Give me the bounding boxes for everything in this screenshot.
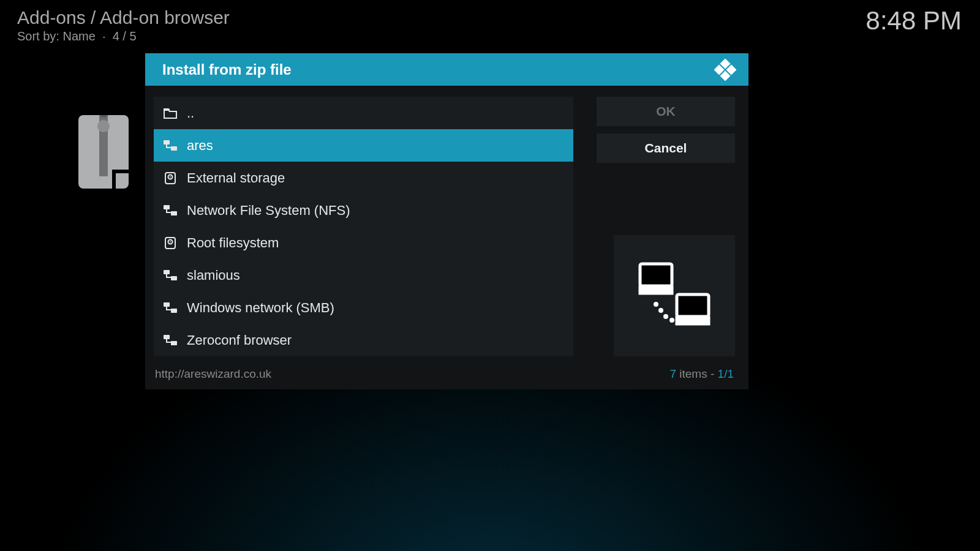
svg-rect-25 xyxy=(640,287,672,293)
list-item[interactable]: slamious xyxy=(154,259,573,291)
svg-point-29 xyxy=(658,308,663,313)
list-item-label: Network File System (NFS) xyxy=(187,203,350,219)
svg-rect-3 xyxy=(100,115,107,118)
svg-point-31 xyxy=(669,318,674,323)
ok-button[interactable]: OK xyxy=(597,97,735,126)
list-item[interactable]: Zeroconf browser xyxy=(154,324,573,356)
disk-icon xyxy=(162,172,178,184)
svg-rect-27 xyxy=(677,318,709,324)
sort-label: Sort by: Name xyxy=(17,29,96,43)
svg-rect-19 xyxy=(171,276,177,280)
list-item[interactable]: Root filesystem xyxy=(154,227,573,259)
list-item-label: Root filesystem xyxy=(187,235,279,251)
svg-rect-8 xyxy=(164,140,170,144)
svg-rect-24 xyxy=(640,264,672,286)
dialog-footer: http://areswizard.co.uk 7 items - 1/1 xyxy=(145,364,748,389)
list-item[interactable]: Network File System (NFS) xyxy=(154,194,573,227)
list-item-label: Windows network (SMB) xyxy=(187,300,334,316)
svg-point-30 xyxy=(663,314,668,319)
current-path: http://areswizard.co.uk xyxy=(155,367,271,381)
kodi-logo-icon xyxy=(714,59,736,81)
breadcrumb: Add-ons / Add-on browser xyxy=(17,7,230,28)
svg-rect-20 xyxy=(164,302,170,307)
clock: 8:48 PM xyxy=(866,6,962,36)
sort-line: Sort by: Name · 4 / 5 xyxy=(17,29,137,43)
preview-thumbnail xyxy=(614,235,735,356)
svg-rect-21 xyxy=(171,309,177,313)
install-zip-dialog: Install from zip file ..aresExternal sto… xyxy=(145,53,748,389)
svg-point-17 xyxy=(170,241,171,242)
svg-rect-13 xyxy=(164,205,170,209)
list-item[interactable]: External storage xyxy=(154,162,573,194)
svg-rect-9 xyxy=(171,146,177,151)
disk-icon xyxy=(162,237,178,249)
svg-point-28 xyxy=(654,302,658,307)
list-item[interactable]: ares xyxy=(154,129,573,162)
svg-rect-23 xyxy=(171,341,177,345)
svg-rect-22 xyxy=(164,335,170,339)
source-list: ..aresExternal storageNetwork File Syste… xyxy=(154,97,573,356)
list-item[interactable]: Windows network (SMB) xyxy=(154,291,573,324)
svg-point-12 xyxy=(170,176,171,178)
list-item-label: ares xyxy=(187,138,213,154)
list-item[interactable]: .. xyxy=(154,97,573,129)
item-count: 7 items - 1/1 xyxy=(669,367,734,381)
dialog-title: Install from zip file xyxy=(162,61,292,78)
network-icon xyxy=(162,205,178,216)
dialog-titlebar: Install from zip file xyxy=(145,53,748,86)
folder-up-icon xyxy=(162,108,178,119)
list-item-label: slamious xyxy=(187,268,240,283)
network-share-icon xyxy=(631,259,717,332)
network-icon xyxy=(162,270,178,281)
list-item-label: .. xyxy=(187,105,194,121)
network-icon xyxy=(162,335,178,346)
svg-point-2 xyxy=(97,120,110,132)
position-label: 4 / 5 xyxy=(113,29,137,43)
network-icon xyxy=(162,140,178,151)
zip-install-icon xyxy=(78,115,146,234)
svg-rect-18 xyxy=(164,270,170,274)
list-item-label: Zeroconf browser xyxy=(187,332,292,348)
list-item-label: External storage xyxy=(187,170,285,186)
svg-rect-14 xyxy=(171,211,177,216)
network-icon xyxy=(162,302,178,313)
cancel-button[interactable]: Cancel xyxy=(597,133,735,163)
svg-rect-26 xyxy=(677,294,709,317)
